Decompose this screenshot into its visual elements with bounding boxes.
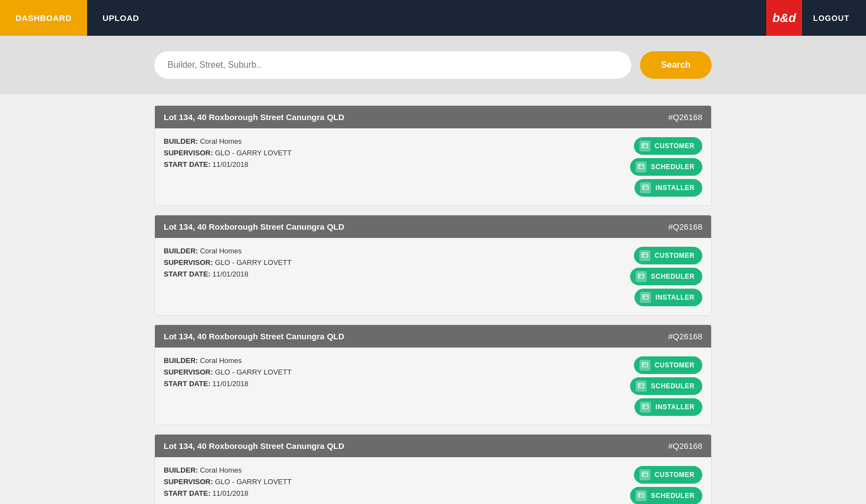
job-id: #Q26168 bbox=[668, 332, 702, 341]
job-card: Lot 134, 40 Roxborough Street Canungra Q… bbox=[154, 324, 712, 425]
svg-rect-24 bbox=[643, 404, 648, 409]
svg-rect-0 bbox=[642, 143, 648, 148]
supervisor-value: GLO - GARRY LOVETT bbox=[215, 478, 292, 486]
supervisor-value: GLO - GARRY LOVETT bbox=[215, 149, 292, 157]
supervisor-row: SUPERVISOR: GLO - GARRY LOVETT bbox=[164, 478, 292, 486]
search-input[interactable] bbox=[154, 51, 631, 79]
scheduler-button[interactable]: SCHEDULER bbox=[630, 158, 702, 176]
builder-value: Coral Homes bbox=[200, 247, 242, 255]
customer-icon bbox=[639, 469, 650, 480]
builder-label: BUILDER: bbox=[164, 356, 198, 365]
builder-label: BUILDER: bbox=[164, 247, 198, 255]
installer-button[interactable]: INSTALLER bbox=[634, 398, 702, 416]
scheduler-icon bbox=[636, 271, 647, 282]
customer-icon bbox=[639, 360, 650, 371]
search-area: Search bbox=[0, 36, 866, 94]
job-card-header: Lot 134, 40 Roxborough Street Canungra Q… bbox=[155, 435, 711, 457]
start-date-row: START DATE: 11/01/2018 bbox=[164, 380, 292, 388]
start-date-value: 11/01/2018 bbox=[212, 160, 248, 169]
search-button[interactable]: Search bbox=[640, 51, 712, 79]
job-card: Lot 134, 40 Roxborough Street Canungra Q… bbox=[154, 434, 712, 504]
nav-right: b&d LOGOUT bbox=[766, 0, 866, 36]
svg-rect-12 bbox=[638, 274, 644, 278]
job-card-body: BUILDER: Coral Homes SUPERVISOR: GLO - G… bbox=[155, 457, 711, 504]
supervisor-label: SUPERVISOR: bbox=[164, 478, 213, 486]
nav-dashboard-button[interactable]: DASHBOARD bbox=[0, 0, 87, 36]
scheduler-button[interactable]: SCHEDULER bbox=[630, 377, 702, 395]
customer-button[interactable]: CUSTOMER bbox=[634, 247, 702, 264]
start-date-value: 11/01/2018 bbox=[212, 380, 248, 388]
job-card-header: Lot 134, 40 Roxborough Street Canungra Q… bbox=[155, 106, 711, 128]
customer-button[interactable]: CUSTOMER bbox=[634, 466, 702, 484]
svg-rect-18 bbox=[642, 362, 648, 367]
installer-label: INSTALLER bbox=[655, 184, 695, 192]
svg-rect-30 bbox=[638, 493, 644, 497]
start-date-row: START DATE: 11/01/2018 bbox=[164, 489, 292, 497]
installer-label: INSTALLER bbox=[655, 294, 695, 301]
customer-label: CUSTOMER bbox=[655, 252, 695, 259]
start-date-row: START DATE: 11/01/2018 bbox=[164, 160, 292, 169]
job-details: BUILDER: Coral Homes SUPERVISOR: GLO - G… bbox=[164, 356, 292, 388]
supervisor-row: SUPERVISOR: GLO - GARRY LOVETT bbox=[164, 258, 292, 267]
scheduler-label: SCHEDULER bbox=[651, 273, 695, 280]
start-date-value: 11/01/2018 bbox=[212, 489, 248, 497]
job-actions: CUSTOMER SCHEDULER bbox=[630, 137, 702, 197]
job-details: BUILDER: Coral Homes SUPERVISOR: GLO - G… bbox=[164, 137, 292, 169]
job-id: #Q26168 bbox=[668, 441, 702, 451]
job-card: Lot 134, 40 Roxborough Street Canungra Q… bbox=[154, 215, 712, 316]
customer-button[interactable]: CUSTOMER bbox=[634, 356, 702, 374]
job-address: Lot 134, 40 Roxborough Street Canungra Q… bbox=[164, 332, 345, 341]
brand-logo: b&d bbox=[766, 0, 802, 36]
installer-label: INSTALLER bbox=[655, 403, 695, 411]
installer-icon bbox=[640, 402, 651, 413]
nav-left: DASHBOARD UPLOAD bbox=[0, 0, 154, 36]
job-address: Lot 134, 40 Roxborough Street Canungra Q… bbox=[164, 112, 345, 122]
job-card: Lot 134, 40 Roxborough Street Canungra Q… bbox=[154, 105, 712, 206]
job-id: #Q26168 bbox=[668, 112, 702, 122]
supervisor-value: GLO - GARRY LOVETT bbox=[215, 368, 292, 376]
customer-icon bbox=[639, 140, 650, 151]
job-list: Lot 134, 40 Roxborough Street Canungra Q… bbox=[0, 94, 866, 504]
scheduler-label: SCHEDULER bbox=[651, 382, 695, 390]
builder-label: BUILDER: bbox=[164, 466, 198, 474]
logout-button[interactable]: LOGOUT bbox=[813, 14, 849, 23]
supervisor-row: SUPERVISOR: GLO - GARRY LOVETT bbox=[164, 149, 292, 157]
start-date-label: START DATE: bbox=[164, 160, 211, 169]
navbar: DASHBOARD UPLOAD b&d LOGOUT bbox=[0, 0, 866, 36]
installer-button[interactable]: INSTALLER bbox=[634, 179, 702, 197]
job-actions: CUSTOMER SCHEDULER bbox=[630, 247, 702, 306]
job-card-header: Lot 134, 40 Roxborough Street Canungra Q… bbox=[155, 215, 711, 238]
customer-label: CUSTOMER bbox=[655, 361, 695, 369]
scheduler-icon bbox=[636, 381, 647, 392]
job-id: #Q26168 bbox=[668, 222, 702, 231]
svg-rect-6 bbox=[643, 185, 648, 189]
installer-icon bbox=[640, 292, 651, 303]
builder-label: BUILDER: bbox=[164, 137, 198, 145]
scheduler-button[interactable]: SCHEDULER bbox=[630, 268, 702, 285]
job-address: Lot 134, 40 Roxborough Street Canungra Q… bbox=[164, 441, 345, 451]
supervisor-label: SUPERVISOR: bbox=[164, 368, 213, 376]
builder-value: Coral Homes bbox=[200, 137, 242, 145]
svg-rect-9 bbox=[642, 253, 648, 257]
supervisor-row: SUPERVISOR: GLO - GARRY LOVETT bbox=[164, 368, 292, 376]
customer-icon bbox=[639, 250, 650, 261]
start-date-label: START DATE: bbox=[164, 270, 211, 278]
installer-button[interactable]: INSTALLER bbox=[634, 289, 702, 306]
svg-rect-21 bbox=[638, 383, 644, 388]
start-date-value: 11/01/2018 bbox=[212, 270, 248, 278]
supervisor-value: GLO - GARRY LOVETT bbox=[215, 258, 292, 267]
customer-label: CUSTOMER bbox=[655, 142, 695, 150]
customer-button[interactable]: CUSTOMER bbox=[634, 137, 702, 155]
supervisor-label: SUPERVISOR: bbox=[164, 149, 213, 157]
nav-upload-button[interactable]: UPLOAD bbox=[87, 0, 154, 36]
scheduler-icon bbox=[636, 490, 647, 501]
job-card-body: BUILDER: Coral Homes SUPERVISOR: GLO - G… bbox=[155, 128, 711, 205]
scheduler-label: SCHEDULER bbox=[651, 163, 695, 171]
scheduler-icon bbox=[636, 161, 647, 172]
job-card-header: Lot 134, 40 Roxborough Street Canungra Q… bbox=[155, 325, 711, 348]
svg-rect-15 bbox=[643, 295, 648, 299]
start-date-label: START DATE: bbox=[164, 489, 211, 497]
scheduler-button[interactable]: SCHEDULER bbox=[630, 487, 702, 504]
job-card-body: BUILDER: Coral Homes SUPERVISOR: GLO - G… bbox=[155, 348, 711, 425]
builder-row: BUILDER: Coral Homes bbox=[164, 466, 292, 474]
